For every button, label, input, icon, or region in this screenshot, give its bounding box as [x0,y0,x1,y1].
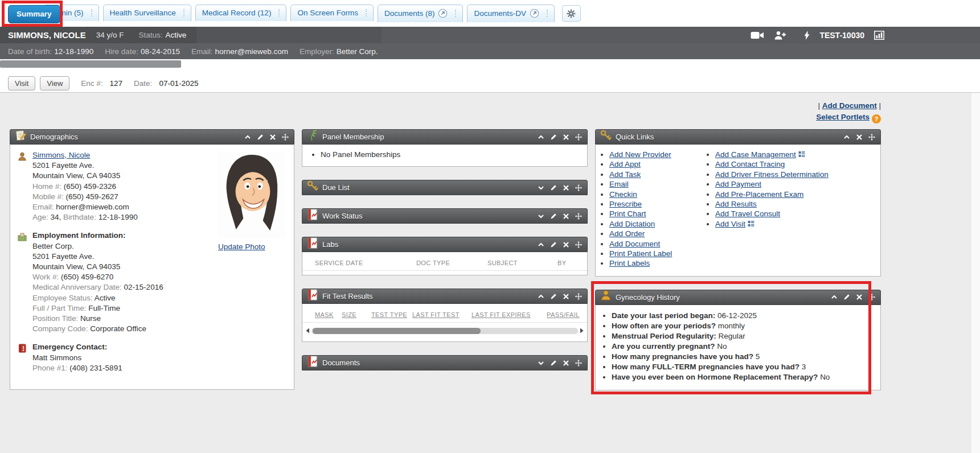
expand-icon[interactable] [538,213,544,220]
labs-header[interactable]: Labs [302,237,588,252]
collapse-icon[interactable] [843,134,850,141]
quick-link-item[interactable]: Add Payment [715,179,876,189]
quick-link[interactable]: Prescribe [609,200,642,208]
collapse-icon[interactable] [538,293,544,300]
tab-medical-record[interactable]: Medical Record (12) [195,5,287,21]
column-header[interactable]: MASK [315,311,342,318]
quick-link[interactable]: Add Appt [609,160,641,168]
move-icon[interactable] [868,134,875,141]
quick-link-item[interactable]: Print Patient Label [609,249,704,258]
quick-link-item[interactable]: Add Order [609,229,704,238]
close-icon[interactable] [563,241,569,248]
documents-header[interactable]: Documents [302,355,588,370]
tab-health-surveillance[interactable]: Health Surveillance [103,5,191,21]
quick-link[interactable]: Add Contact Tracing [715,160,785,168]
popout-icon[interactable] [438,9,448,18]
edit-icon[interactable] [550,184,557,191]
quick-link-item[interactable]: Prescribe [609,199,704,209]
column-header[interactable]: LAST FIT TEST [412,311,471,318]
visit-button[interactable]: Visit [8,76,35,90]
close-icon[interactable] [563,213,569,220]
edit-icon[interactable] [550,213,557,220]
lightning-icon[interactable] [804,31,810,40]
quick-links-header[interactable]: Quick Links [595,129,881,145]
move-icon[interactable] [868,294,875,300]
quick-link[interactable]: Add Visit [715,220,745,228]
edit-icon[interactable] [257,134,264,141]
close-icon[interactable] [563,134,569,141]
quick-link[interactable]: Print Patient Label [609,249,672,258]
column-header[interactable]: SUBJECT [487,260,557,266]
quick-link[interactable]: Add Case Management [715,150,796,159]
bar-chart-icon[interactable] [874,31,884,40]
move-icon[interactable] [575,134,582,141]
quick-link[interactable]: Add New Provider [609,150,671,159]
quick-link[interactable]: Checkin [609,190,637,199]
video-camera-icon[interactable] [751,31,764,39]
quick-link[interactable]: Add Travel Consult [715,209,780,218]
column-header[interactable]: PASS/FAIL [547,311,580,318]
move-icon[interactable] [575,184,582,191]
add-person-icon[interactable] [774,31,786,40]
expand-icon[interactable] [538,184,544,191]
move-icon[interactable] [282,134,289,141]
quick-link-item[interactable]: Checkin [609,190,704,199]
quick-link[interactable]: Email [609,180,629,188]
header-horizontal-scrollbar[interactable] [0,59,980,69]
close-icon[interactable] [269,134,276,141]
quick-link-item[interactable]: Print Labels [609,258,704,268]
scrollbar-thumb[interactable] [313,328,481,334]
quick-link-item[interactable]: Add Driver Fitness Determination [715,170,876,179]
quick-link[interactable]: Print Labels [609,259,650,267]
move-icon[interactable] [575,241,582,248]
quick-link[interactable]: Print Chart [609,209,646,218]
add-document-link[interactable]: Add Document [822,101,877,110]
edit-icon[interactable] [550,134,557,141]
quick-link[interactable]: Add Results [715,200,757,208]
close-icon[interactable] [563,360,569,366]
close-icon[interactable] [856,134,863,141]
edit-icon[interactable] [550,360,557,366]
quick-link-item[interactable]: Add New Provider [609,150,704,159]
quick-link-item[interactable]: Add Travel Consult [715,209,876,219]
column-header[interactable]: DOC TYPE [416,260,487,266]
column-header[interactable]: TEST TYPE [371,311,412,318]
quick-link[interactable]: Add Dictation [609,220,655,228]
collapse-icon[interactable] [244,134,251,141]
quick-link[interactable]: Add Task [609,170,641,179]
column-header[interactable]: SIZE [342,311,371,318]
quick-link[interactable]: Add Order [609,229,645,238]
quick-link-item[interactable]: Print Chart [609,209,704,219]
quick-link-item[interactable]: Add Contact Tracing [715,159,876,169]
select-portlets-link[interactable]: Select Portlets [816,113,870,121]
quick-link[interactable]: Add Document [609,240,660,248]
quick-link[interactable]: Add Pre-Placement Exam [715,190,803,199]
close-icon[interactable] [856,294,863,300]
move-icon[interactable] [575,293,582,300]
column-header[interactable]: LAST FIT EXPIRES [471,311,547,318]
scrollbar-thumb[interactable] [0,60,181,68]
demographics-header[interactable]: Demographics [10,129,294,145]
settings-button[interactable] [562,5,581,22]
close-icon[interactable] [563,293,569,300]
panel-membership-header[interactable]: Panel Membership [302,129,588,145]
move-icon[interactable] [575,360,582,366]
quick-link-item[interactable]: Add Task [609,170,704,179]
quick-link-item[interactable]: Add Pre-Placement Exam [715,190,876,199]
quick-link-item[interactable]: Email [609,179,704,189]
scrollbar-track[interactable] [311,328,578,334]
tab-on-screen-forms[interactable]: On Screen Forms [290,5,374,21]
update-photo-link[interactable]: Update Photo [218,242,265,251]
expand-icon[interactable] [538,360,544,366]
gynecology-header[interactable]: Gynecology History [595,290,881,305]
quick-link-item[interactable]: Add Document [609,239,704,249]
scroll-left-icon[interactable] [305,328,310,333]
tab-documents-dv[interactable]: Documents-DV [467,5,555,22]
scroll-right-icon[interactable] [580,328,584,333]
quick-link-item[interactable]: Add Dictation [609,219,704,229]
fit-test-header[interactable]: Fit Test Results [302,289,588,304]
quick-link-item[interactable]: Add Appt [609,159,704,169]
close-icon[interactable] [563,184,569,191]
quick-link[interactable]: Add Driver Fitness Determination [715,170,829,179]
popout-icon[interactable] [530,9,539,18]
